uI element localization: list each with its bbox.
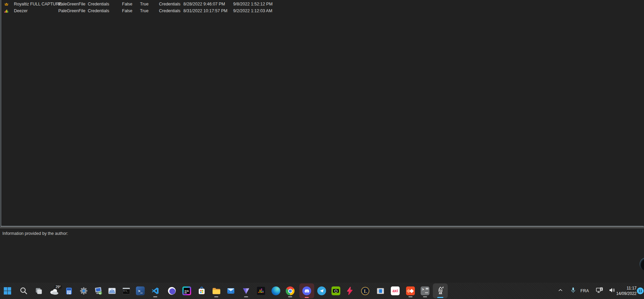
command-prompt-button[interactable]: C:\_ [119,284,133,298]
lightning-bolt-icon [345,286,354,295]
nvidia-icon [331,286,340,295]
entry-type: Credentials [159,1,180,7]
red-diamond-app-button[interactable] [404,284,417,298]
table-row[interactable]: Royaltiz FULL CAPTURE PaleGreenFile Cred… [1,1,644,7]
file-explorer-button[interactable] [209,284,223,298]
task-view-icon [35,287,43,295]
discord-icon [302,286,311,295]
tray-network[interactable] [594,284,605,298]
cmd-icon: C:\_ [122,287,130,295]
axi-button[interactable]: axi [388,284,402,298]
store-icon [197,286,206,295]
entry-file: PaleGreenFile [58,7,85,14]
terminal-bar-shape [425,292,428,293]
language-label: FRA [581,288,589,293]
terminal-prompt-glyph: > [422,287,424,291]
powershell-prompt-glyph: >_ [138,289,142,293]
datagrip-underscore [184,293,187,293]
chart-icon [108,287,116,295]
desktop-screen: Royaltiz FULL CAPTURE PaleGreenFile Cred… [0,0,644,299]
mail-button[interactable] [224,284,238,298]
chrome-icon [286,286,295,295]
datagrip-button[interactable]: DG [180,284,194,298]
entry-name: Royaltiz FULL CAPTURE [14,1,62,7]
computer-management-button[interactable] [92,284,105,298]
tray-microphone[interactable] [568,284,578,298]
lol-icon: L [361,286,370,296]
running-indicator [153,296,157,297]
chrome-button[interactable] [283,284,297,298]
deezer-icon [257,286,265,295]
running-indicator [408,296,412,297]
axi-label: axi [393,288,398,293]
gray-terminal-button[interactable]: > [418,284,432,298]
telegram-icon [317,286,326,295]
vscode-button[interactable] [148,284,162,298]
insomnia-icon [167,286,176,295]
computer-icon [94,286,103,295]
entry-file: PaleGreenFile [58,1,85,7]
tray-clock[interactable]: 11:17 14/09/2022 [609,285,637,296]
weather-widget[interactable]: 29° [47,284,61,298]
temperature-badge: 29° [54,285,62,289]
tray-language[interactable]: FRA [579,284,590,298]
entry-name: Deezer [14,7,27,14]
credentials-list-panel[interactable]: Royaltiz FULL CAPTURE PaleGreenFile Cred… [1,0,644,226]
discord-button[interactable] [299,283,314,298]
taskbar: 29° C:\_ >_ DG [0,283,644,299]
info-panel: Information provided by the author: [0,228,644,283]
clock-time: 11:17 [609,285,637,291]
running-indicator [423,296,427,297]
entry-category: Credentials [88,1,109,7]
table-row[interactable]: Deezer PaleGreenFile Credentials False T… [1,7,644,14]
search-button[interactable] [17,284,31,298]
telegram-button[interactable] [315,284,328,298]
diamond-shape [409,289,414,293]
entry-datetime1: 8/28/2022 9:46:07 PM [183,1,225,7]
nvidia-button[interactable] [329,284,343,298]
equalizer-icon [4,8,9,13]
search-icon [19,286,28,295]
running-indicator [288,296,292,297]
datagrip-icon: DG [182,286,191,295]
proton-vpn-button[interactable] [239,284,253,298]
axi-icon: axi [391,286,400,295]
notification-count-badge[interactable]: 11 [637,287,644,294]
task-view-button[interactable] [32,284,45,298]
powershell-icon: >_ [136,286,145,295]
insomnia-button[interactable] [165,284,179,298]
performance-monitor-button[interactable] [105,284,119,298]
entry-flag1: False [122,7,133,14]
microsoft-store-button[interactable] [195,284,208,298]
window-app-button[interactable] [374,284,387,298]
settings-button[interactable] [77,284,90,298]
tray-overflow-button[interactable] [555,284,565,298]
info-panel-label: Information provided by the author: [2,231,68,236]
vscode-icon [151,286,160,295]
notification-indicator [305,297,309,298]
mail-icon [226,286,235,295]
proton-triangle-icon [242,286,250,295]
powershell-button[interactable]: >_ [134,284,147,298]
lightning-app-button[interactable] [343,284,357,298]
entry-flag1: False [122,1,133,7]
window-pane-icon [376,287,385,295]
terminal-tab-shape [426,288,428,289]
active-app-icon [436,286,445,296]
edge-button[interactable] [269,284,283,298]
network-icon [596,286,603,296]
entry-flag2: True [140,7,148,14]
red-diamond-icon [406,286,415,295]
calculator-button[interactable] [62,284,76,298]
svg-text:L: L [364,288,367,294]
entry-flag2: True [140,1,148,7]
chevron-up-icon [558,287,563,295]
league-of-legends-button[interactable]: L [358,284,372,298]
running-indicator [244,296,248,297]
microphone-icon [570,287,577,295]
active-app-button[interactable] [433,283,448,298]
start-button[interactable] [1,284,14,298]
entry-type: Credentials [159,7,180,14]
running-indicator [214,296,218,297]
deezer-button[interactable] [254,284,268,298]
